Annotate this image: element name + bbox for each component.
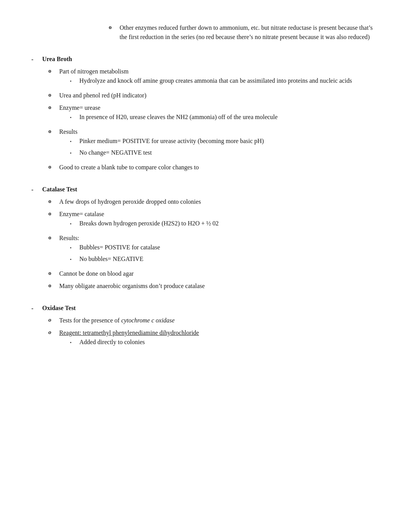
bullet-o-4: o	[48, 128, 55, 135]
catalase-item-5: o Many obligate anaerobic organisms don’…	[48, 281, 380, 291]
square-bullet-4a: ▪	[70, 138, 75, 144]
urea-level2-1: ▪ Hydrolyze and knock off amine group cr…	[70, 76, 380, 85]
urea-level2-4a: ▪ Pinker medium= POSITIVE for urease act…	[70, 136, 380, 146]
catalase-item-3-level2: ▪ Bubbles= POSTIVE for catalase ▪ No bub…	[70, 243, 380, 264]
oxidase-item-2-level2: ▪ Added directly to colonies	[70, 338, 380, 347]
section-urea-broth-body: o Part of nitrogen metabolism ▪ Hydrolyz…	[48, 67, 380, 172]
catalase-item-2-level2: ▪ Breaks down hydrogen peroxide (H2S2) t…	[70, 219, 380, 228]
ox-bullet-1: o	[48, 317, 55, 323]
catalase-item-4-text: Cannot be done on blood agar	[59, 269, 380, 278]
urea-level2-4b-text: No change= NEGATIVE test	[79, 148, 380, 157]
section-catalase-header: - Catalase Test	[31, 186, 380, 193]
urea-item-5-text: Good to create a blank tube to compare c…	[59, 163, 380, 172]
cat-bullet-1: o	[48, 198, 55, 205]
catalase-item-3: o Results: ▪ Bubbles= POSTIVE for catala…	[48, 234, 380, 266]
catalase-item-4: o Cannot be done on blood agar	[48, 269, 380, 278]
oxidase-item-1: o Tests for the presence of cytochrome c…	[48, 316, 380, 325]
urea-item-2-text: Urea and phenol red (pH indicator)	[59, 91, 380, 100]
ox-square-1: ▪	[70, 339, 75, 345]
catalase-item-1-text: A few drops of hydrogen peroxide dropped…	[59, 197, 380, 206]
top-bullet-item: o Other enzymes reduced further down to …	[109, 23, 380, 42]
catalase-level2-2: ▪ Breaks down hydrogen peroxide (H2S2) t…	[70, 219, 380, 228]
section-urea-broth-title: Urea Broth	[42, 56, 72, 63]
urea-item-1-text: Part of nitrogen metabolism ▪ Hydrolyze …	[59, 67, 380, 88]
section-urea-broth: - Urea Broth o Part of nitrogen metaboli…	[31, 56, 380, 172]
section-oxidase-body: o Tests for the presence of cytochrome c…	[48, 316, 380, 349]
cat-bullet-3: o	[48, 234, 55, 241]
urea-item-2: o Urea and phenol red (pH indicator)	[48, 91, 380, 100]
oxidase-item-2: o Reagent: tetramethyl phenylenediamine …	[48, 328, 380, 349]
urea-level2-3-text: In presence of H20, urease cleaves the N…	[79, 113, 380, 122]
oxidase-item-2-text: Reagent: tetramethyl phenylenediamine di…	[59, 328, 380, 349]
urea-item-1-level2: ▪ Hydrolyze and knock off amine group cr…	[70, 76, 380, 85]
catalase-level2-2-text: Breaks down hydrogen peroxide (H2S2) to …	[79, 219, 380, 228]
oxidase-item-1-text: Tests for the presence of cytochrome c o…	[59, 316, 380, 325]
catalase-level2-3a-text: Bubbles= POSTIVE for catalase	[79, 243, 380, 252]
urea-item-3: o Enzyme= urease ▪ In presence of H20, u…	[48, 103, 380, 124]
square-bullet-1: ▪	[70, 78, 75, 84]
catalase-item-1: o A few drops of hydrogen peroxide dropp…	[48, 197, 380, 206]
section-catalase-body: o A few drops of hydrogen peroxide dropp…	[48, 197, 380, 291]
catalase-level2-3b-text: No bubbles= NEGATIVE	[79, 254, 380, 264]
ox-bullet-2: o	[48, 329, 55, 336]
oxidase-title: Oxidase Test	[42, 305, 76, 312]
oxidase-level2-1: ▪ Added directly to colonies	[70, 338, 380, 347]
catalase-item-2-text: Enzyme= catalase ▪ Breaks down hydrogen …	[59, 210, 380, 230]
square-bullet-3: ▪	[70, 114, 75, 120]
urea-level2-4a-text: Pinker medium= POSITIVE for urease activ…	[79, 136, 380, 146]
bullet-o-1: o	[48, 68, 55, 74]
catalase-level2-3a: ▪ Bubbles= POSTIVE for catalase	[70, 243, 380, 252]
top-continuation: o Other enzymes reduced further down to …	[109, 23, 380, 42]
urea-level2-1-text: Hydrolyze and knock off amine group crea…	[79, 76, 380, 85]
bullet-o-3: o	[48, 104, 55, 111]
catalase-title: Catalase Test	[42, 186, 77, 193]
top-bullet-symbol: o	[109, 24, 115, 31]
urea-item-4-text: Results ▪ Pinker medium= POSITIVE for ur…	[59, 127, 380, 160]
urea-level2-4b: ▪ No change= NEGATIVE test	[70, 148, 380, 157]
catalase-dash: -	[31, 186, 38, 193]
urea-item-1: o Part of nitrogen metabolism ▪ Hydrolyz…	[48, 67, 380, 88]
urea-item-5: o Good to create a blank tube to compare…	[48, 163, 380, 172]
section-oxidase-test: - Oxidase Test o Tests for the presence …	[31, 305, 380, 349]
urea-item-3-text: Enzyme= urease ▪ In presence of H20, ure…	[59, 103, 380, 124]
urea-item-4: o Results ▪ Pinker medium= POSITIVE for …	[48, 127, 380, 160]
bullet-o-5: o	[48, 164, 55, 170]
urea-item-4-level2: ▪ Pinker medium= POSITIVE for urease act…	[70, 136, 380, 157]
cat-bullet-2: o	[48, 210, 55, 217]
top-bullet-text: Other enzymes reduced further down to am…	[120, 23, 380, 42]
cat-bullet-4: o	[48, 270, 55, 276]
cat-square-2: ▪	[70, 221, 75, 227]
section-dash: -	[31, 56, 38, 63]
cat-bullet-5: o	[48, 282, 55, 289]
section-urea-broth-header: - Urea Broth	[31, 56, 380, 63]
catalase-item-2: o Enzyme= catalase ▪ Breaks down hydroge…	[48, 210, 380, 230]
bullet-o-2: o	[48, 92, 55, 98]
square-bullet-4b: ▪	[70, 150, 75, 156]
section-catalase-test: - Catalase Test o A few drops of hydroge…	[31, 186, 380, 291]
oxidase-reagent-text: Reagent: tetramethyl phenylenediamine di…	[59, 329, 199, 336]
oxidase-dash: -	[31, 305, 38, 312]
catalase-level2-3b: ▪ No bubbles= NEGATIVE	[70, 254, 380, 264]
urea-item-3-level2: ▪ In presence of H20, urease cleaves the…	[70, 113, 380, 122]
section-oxidase-header: - Oxidase Test	[31, 305, 380, 312]
oxidase-level2-1-text: Added directly to colonies	[79, 338, 380, 347]
cat-square-3a: ▪	[70, 245, 75, 251]
cat-square-3b: ▪	[70, 256, 75, 262]
page-content: o Other enzymes reduced further down to …	[31, 23, 380, 349]
catalase-item-3-text: Results: ▪ Bubbles= POSTIVE for catalase…	[59, 234, 380, 266]
oxidase-italic-text: cytochrome c oxidase	[121, 317, 175, 324]
catalase-item-5-text: Many obligate anaerobic organisms don’t …	[59, 281, 380, 291]
urea-level2-3: ▪ In presence of H20, urease cleaves the…	[70, 113, 380, 122]
